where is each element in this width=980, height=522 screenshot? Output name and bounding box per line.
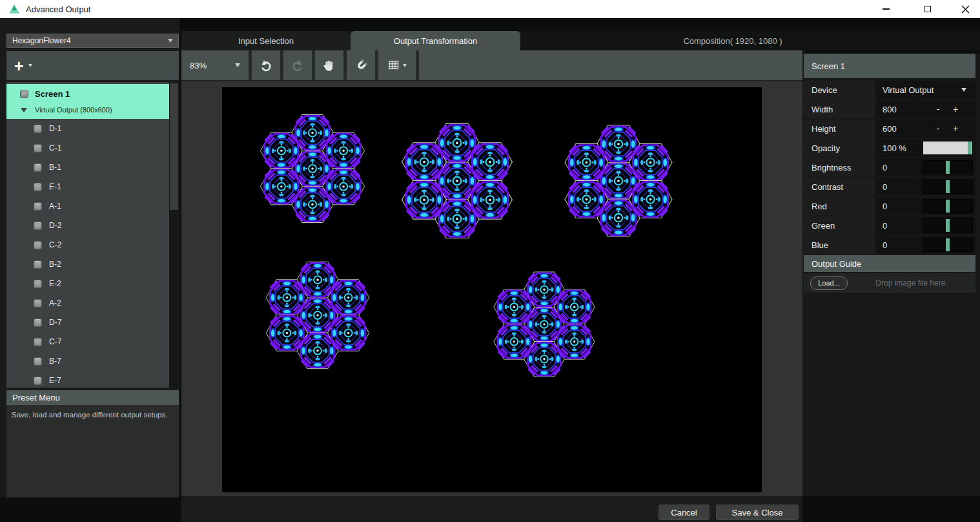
width-field[interactable]: 800 - + <box>876 100 975 118</box>
slice-checkbox[interactable] <box>34 299 42 308</box>
width-increment-button[interactable]: + <box>952 104 959 114</box>
slice-checkbox[interactable] <box>34 241 42 249</box>
tab-input-selection[interactable]: Input Selection <box>181 31 351 50</box>
hex-slice[interactable] <box>402 143 447 182</box>
tree-scrollbar[interactable] <box>169 82 179 388</box>
brightness-slider[interactable] <box>923 160 973 174</box>
snap-tool-button[interactable] <box>347 50 375 80</box>
slice-checkbox[interactable] <box>34 125 42 133</box>
cancel-button[interactable]: Cancel <box>658 505 709 520</box>
hex-slice[interactable] <box>629 144 672 182</box>
hex-slice[interactable] <box>554 324 595 360</box>
slice-checkbox[interactable] <box>34 260 42 269</box>
maximize-button[interactable] <box>913 0 943 18</box>
slice-checkbox[interactable] <box>34 183 42 191</box>
blue-value[interactable]: 0 <box>883 240 887 250</box>
height-value[interactable]: 600 <box>883 124 897 134</box>
contrast-slider-handle[interactable] <box>946 180 950 193</box>
hex-slice[interactable] <box>266 280 307 316</box>
tab-output-transformation[interactable]: Output Transformation <box>351 31 520 50</box>
hex-slice[interactable] <box>323 169 365 205</box>
contrast-value[interactable]: 0 <box>883 182 887 192</box>
hex-slice[interactable] <box>565 181 608 218</box>
tree-item-D-2[interactable]: D-2 <box>6 216 169 235</box>
tree-item-C-2[interactable]: C-2 <box>6 235 169 255</box>
add-screen-button[interactable]: + <box>14 59 32 72</box>
hex-cluster-2[interactable] <box>402 123 513 238</box>
hex-slice[interactable] <box>468 143 513 182</box>
height-increment-button[interactable]: + <box>952 123 959 134</box>
screen-node-selected[interactable]: Screen 1 Virtual Output (800x600) <box>6 84 169 119</box>
save-close-button[interactable]: Save & Close <box>716 505 799 520</box>
hex-slice[interactable] <box>266 315 307 351</box>
width-value[interactable]: 800 <box>883 105 897 114</box>
hex-slice[interactable] <box>260 169 302 205</box>
green-slider[interactable] <box>923 218 973 233</box>
load-guide-button[interactable]: Load... <box>810 277 848 290</box>
slice-checkbox[interactable] <box>34 357 42 366</box>
hex-slice[interactable] <box>327 280 369 316</box>
undo-button[interactable] <box>252 50 280 80</box>
height-decrement-button[interactable]: - <box>935 123 941 134</box>
hex-cluster-4[interactable] <box>266 262 369 368</box>
output-preset-dropdown[interactable]: HexagonFlower4 <box>6 34 179 48</box>
hex-slice[interactable] <box>402 181 447 220</box>
slice-checkbox[interactable] <box>34 144 42 152</box>
tree-item-B-1[interactable]: B-1 <box>6 158 169 177</box>
redo-button[interactable] <box>283 50 312 80</box>
brightness-slider-handle[interactable] <box>946 161 950 174</box>
tree-item-B-7[interactable]: B-7 <box>6 351 169 371</box>
contrast-slider[interactable] <box>923 180 973 194</box>
slice-checkbox[interactable] <box>34 338 42 346</box>
opacity-slider-handle[interactable] <box>968 141 972 154</box>
device-dropdown[interactable]: Virtual Output <box>876 81 975 99</box>
slice-checkbox[interactable] <box>34 377 42 385</box>
tree-item-E-2[interactable]: E-2 <box>6 274 169 293</box>
slice-checkbox[interactable] <box>34 222 42 230</box>
hex-slice[interactable] <box>494 289 535 325</box>
green-slider-handle[interactable] <box>946 219 950 232</box>
device-row[interactable]: Virtual Output (800x600) <box>6 102 112 118</box>
expander-icon[interactable] <box>21 108 27 112</box>
hex-cluster-3[interactable] <box>565 125 672 236</box>
tree-item-D-1[interactable]: D-1 <box>6 119 169 138</box>
opacity-slider[interactable] <box>923 141 973 155</box>
hex-slice[interactable] <box>494 324 535 360</box>
height-field[interactable]: 600 - + <box>876 120 975 138</box>
slice-checkbox[interactable] <box>34 280 42 288</box>
green-value[interactable]: 0 <box>883 221 887 231</box>
hex-slice[interactable] <box>554 289 595 325</box>
width-decrement-button[interactable]: - <box>935 104 941 114</box>
tree-item-E-7[interactable]: E-7 <box>6 371 169 388</box>
pan-tool-button[interactable] <box>315 50 343 80</box>
hex-slice[interactable] <box>327 315 369 351</box>
hex-cluster-5[interactable] <box>494 272 595 377</box>
close-button[interactable] <box>950 0 980 18</box>
tree-item-A-1[interactable]: A-1 <box>6 196 169 216</box>
tree-item-C-7[interactable]: C-7 <box>6 332 169 351</box>
minimize-button[interactable] <box>871 0 901 18</box>
slice-checkbox[interactable] <box>34 202 42 211</box>
tree-item-C-1[interactable]: C-1 <box>6 138 169 158</box>
brightness-value[interactable]: 0 <box>883 163 887 172</box>
slice-checkbox[interactable] <box>34 163 42 172</box>
hex-slice[interactable] <box>565 144 608 182</box>
hex-slice[interactable] <box>323 132 365 169</box>
blue-slider-handle[interactable] <box>946 238 950 251</box>
hex-slice[interactable] <box>260 132 302 169</box>
screen-row[interactable]: Screen 1 <box>6 85 70 102</box>
opacity-value[interactable]: 100 % <box>883 143 906 153</box>
hex-slice[interactable] <box>629 181 672 218</box>
slice-checkbox[interactable] <box>34 318 42 327</box>
hex-slice[interactable] <box>468 181 513 220</box>
hex-cluster-1[interactable] <box>260 115 364 223</box>
tree-item-A-2[interactable]: A-2 <box>6 293 169 313</box>
guide-drop-zone[interactable]: Drop image file here. <box>848 278 975 287</box>
blue-slider[interactable] <box>923 238 973 252</box>
red-slider[interactable] <box>923 199 973 213</box>
grid-options-button[interactable] <box>378 50 416 80</box>
red-slider-handle[interactable] <box>946 200 950 213</box>
red-value[interactable]: 0 <box>883 202 887 211</box>
tree-item-B-2[interactable]: B-2 <box>6 255 169 274</box>
output-canvas[interactable] <box>222 87 762 492</box>
